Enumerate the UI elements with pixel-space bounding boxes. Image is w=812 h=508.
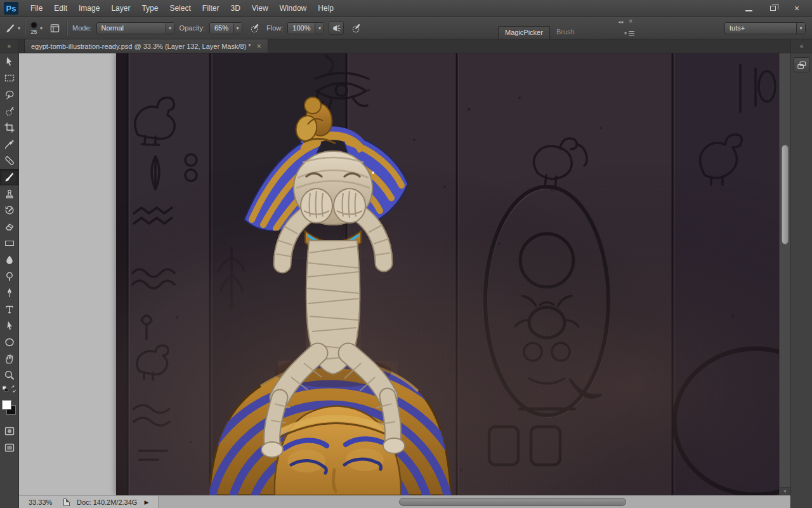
eyedropper-icon	[4, 138, 15, 150]
status-flyout-arrow[interactable]: ▶	[144, 499, 148, 505]
tab-brush[interactable]: Brush	[550, 26, 581, 39]
panel-dock-header: ◂◂ ×	[498, 17, 638, 25]
horizontal-scrollbar-thumb[interactable]	[399, 498, 626, 506]
minimize-icon	[745, 10, 752, 11]
chevron-down-icon: ▾	[233, 23, 242, 34]
status-bar: 33.33% Doc: 140.2M/2.34G ▶	[19, 495, 790, 508]
workspace-switcher[interactable]: tuts+ ▾	[724, 22, 806, 34]
pressure-size-button[interactable]	[348, 21, 363, 35]
crop-icon	[4, 122, 15, 133]
collapsed-panel-button[interactable]	[794, 57, 810, 72]
menu-layer[interactable]: Layer	[105, 4, 136, 13]
quick-mask-icon	[4, 425, 15, 437]
vertical-scrollbar[interactable]: ▾	[779, 53, 790, 495]
tool-lasso[interactable]	[0, 86, 18, 103]
scrollbar-end-cap[interactable]: ▾	[780, 487, 790, 495]
flow-label: Flow:	[266, 24, 283, 32]
menu-edit[interactable]: Edit	[48, 4, 73, 13]
collapse-panels-icon[interactable]: ◂◂	[618, 19, 623, 25]
tool-quick-selection[interactable]	[0, 103, 18, 119]
tab-magicpicker[interactable]: MagicPicker	[498, 26, 550, 39]
panel-menu-button[interactable]: ▾	[624, 30, 638, 39]
document-tab-bar: egypt-tomb-illustration-ready.psd @ 33.3…	[19, 39, 790, 53]
quick-mask-button[interactable]	[0, 423, 18, 439]
menu-select[interactable]: Select	[164, 4, 196, 13]
flow-value: 100%	[288, 24, 315, 32]
swap-colors-button[interactable]	[10, 384, 18, 396]
tool-crop[interactable]	[0, 119, 18, 136]
horizontal-scrollbar[interactable]	[158, 496, 790, 508]
pen-icon	[4, 287, 15, 298]
tool-gradient[interactable]	[0, 235, 18, 251]
restore-button[interactable]	[768, 4, 778, 13]
restore-icon	[770, 6, 776, 11]
tool-zoom[interactable]	[0, 367, 18, 384]
ellipse-icon	[4, 337, 15, 348]
tablet-pressure-icon	[249, 23, 260, 34]
tool-move[interactable]	[0, 53, 18, 70]
healing-icon	[4, 155, 15, 166]
tool-eraser[interactable]	[0, 218, 18, 235]
tool-clone-stamp[interactable]	[0, 185, 18, 202]
clone-stamp-icon	[4, 188, 15, 199]
blend-mode-value: Normal	[97, 24, 166, 32]
tool-hand[interactable]	[0, 351, 18, 367]
zoom-level-field[interactable]: 33.33%	[29, 498, 56, 506]
brush-tool-icon	[5, 23, 16, 34]
blend-mode-select[interactable]: Normal ▾	[96, 22, 175, 34]
layers-panel-icon	[796, 60, 807, 70]
toggle-brush-panel-button[interactable]	[47, 21, 62, 35]
doc-size-info: Doc: 140.2M/2.34G	[77, 498, 137, 506]
default-colors-button[interactable]	[1, 384, 10, 396]
vertical-scrollbar-thumb[interactable]	[782, 145, 789, 244]
tool-type[interactable]	[0, 301, 18, 318]
menu-3d[interactable]: 3D	[225, 4, 246, 13]
opacity-label: Opacity:	[180, 24, 205, 32]
screen-mode-button[interactable]	[0, 439, 18, 456]
menu-image[interactable]: Image	[73, 4, 105, 13]
airbrush-toggle-button[interactable]	[329, 21, 344, 35]
history-brush-icon	[4, 204, 15, 216]
tool-rectangular-marquee[interactable]	[0, 70, 18, 86]
tool-preset-picker[interactable]: ▾	[5, 23, 20, 34]
close-panel-icon[interactable]: ×	[629, 18, 632, 25]
brush-icon	[4, 171, 15, 183]
options-bar: ▾ 25 ▾ Mode: Normal ▾ Opacity: 65% ▾ Flo…	[0, 17, 812, 39]
tool-ellipse[interactable]	[0, 334, 18, 351]
right-panel-strip: «	[790, 39, 812, 508]
tool-brush[interactable]	[0, 169, 18, 185]
tool-pen[interactable]	[0, 284, 18, 301]
tool-eyedropper[interactable]	[0, 136, 18, 152]
tool-blur[interactable]	[0, 251, 18, 268]
menu-view[interactable]: View	[246, 4, 274, 13]
flow-select[interactable]: 100% ▾	[287, 22, 324, 34]
tool-dodge[interactable]	[0, 268, 18, 284]
main-area: »	[0, 39, 812, 508]
tool-spot-healing[interactable]	[0, 152, 18, 169]
foreground-color-swatch[interactable]	[2, 400, 11, 410]
tool-path-selection[interactable]	[0, 318, 18, 334]
menu-window[interactable]: Window	[274, 4, 313, 13]
workspace-value: tuts+	[725, 24, 749, 32]
canvas-document[interactable]	[116, 53, 779, 495]
tool-history-brush[interactable]	[0, 202, 18, 218]
menu-type[interactable]: Type	[136, 4, 164, 13]
toolbar-collapse-button[interactable]: »	[0, 39, 18, 53]
menu-file[interactable]: File	[25, 4, 48, 13]
menu-filter[interactable]: Filter	[197, 4, 225, 13]
blur-icon	[4, 254, 15, 265]
opacity-select[interactable]: 65% ▾	[209, 22, 242, 34]
default-colors-icon	[1, 385, 10, 393]
minimize-button[interactable]	[743, 4, 754, 13]
dodge-icon	[4, 271, 15, 282]
tab-close-icon[interactable]: ×	[257, 42, 261, 51]
pressure-opacity-button[interactable]	[247, 21, 262, 35]
close-button[interactable]: ×	[792, 4, 802, 13]
brush-preset-picker[interactable]: 25 ▾	[30, 22, 43, 35]
expand-panels-button[interactable]: «	[791, 39, 812, 53]
document-tab[interactable]: egypt-tomb-illustration-ready.psd @ 33.3…	[24, 39, 268, 53]
logo-text: Ps	[6, 4, 16, 13]
panel-dock: ◂◂ × MagicPicker Brush ▾	[498, 17, 638, 39]
chevron-down-icon: ▾	[18, 25, 20, 31]
menu-help[interactable]: Help	[312, 4, 339, 13]
